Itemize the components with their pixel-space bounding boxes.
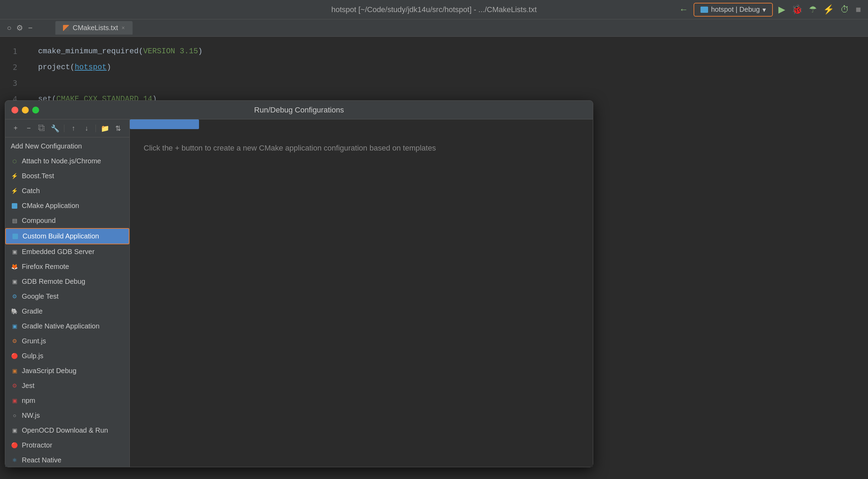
nwjs-icon: ○	[11, 412, 18, 419]
item-label: Gradle	[22, 307, 43, 315]
catch-icon: ⚡	[11, 187, 18, 195]
attach-icon[interactable]: ⚡	[823, 4, 834, 15]
code-line-1: cmake_minimum_required(VERSION 3.15)	[38, 44, 868, 60]
item-label: Gulp.js	[22, 352, 43, 360]
minimize-button[interactable]	[22, 107, 29, 114]
dropdown-arrow: ▾	[762, 6, 766, 14]
config-icon	[700, 7, 708, 13]
openocd-icon: ▣	[11, 427, 18, 434]
item-label: Custom Build Application	[22, 232, 99, 240]
cmake-file-icon	[63, 25, 69, 31]
dialog-body: + − ⿻ 🔧 ↑ ↓ 📁 ⇅ Add New Configuration	[5, 119, 593, 467]
list-item[interactable]: CMake Application	[5, 198, 129, 213]
tab-filename: CMakeLists.txt	[73, 24, 118, 32]
nodejs-icon: ⬡	[11, 157, 18, 165]
debug-run-icon[interactable]: 🐞	[792, 4, 803, 15]
list-item[interactable]: ▣ npm	[5, 393, 129, 408]
list-item-compound[interactable]: ▤ Compound	[5, 213, 129, 228]
left-panel: + − ⿻ 🔧 ↑ ↓ 📁 ⇅ Add New Configuration	[5, 119, 130, 467]
close-button[interactable]	[11, 107, 18, 114]
right-content: Click the + button to create a new CMake…	[144, 130, 579, 153]
list-item[interactable]: 🦊 Firefox Remote	[5, 259, 129, 274]
item-label: JavaScript Debug	[22, 367, 76, 375]
list-item[interactable]: ○ NW.js	[5, 408, 129, 423]
toolbar-separator-2	[96, 125, 96, 132]
dialog-title-bar: Run/Debug Configurations	[5, 101, 593, 119]
folder-button[interactable]: 📁	[99, 123, 110, 134]
gdb-icon: ▣	[11, 278, 18, 286]
list-item[interactable]: ⚙ Jest	[5, 378, 129, 393]
list-item[interactable]: ▣ Gradle Native Application	[5, 319, 129, 334]
remove-config-button[interactable]: −	[23, 123, 34, 134]
coverage-icon[interactable]: ☂	[809, 4, 817, 15]
gulp-icon: 🔴	[11, 352, 18, 360]
hint-color-bar	[130, 119, 199, 129]
grunt-icon: ⚙	[11, 337, 18, 345]
compound-icon: ▤	[11, 217, 18, 225]
item-label: Protractor	[22, 441, 52, 449]
top-bar: hotspot [~/Code/study/jdk14u/src/hotspot…	[0, 0, 868, 19]
list-item[interactable]: ▣ JavaScript Debug	[5, 363, 129, 378]
list-item[interactable]: ▣ OpenOCD Download & Run	[5, 423, 129, 438]
boost-icon: ⚡	[11, 172, 18, 180]
tab-close-icon[interactable]: ×	[121, 25, 125, 31]
add-new-configuration-item[interactable]: Add New Configuration	[5, 139, 129, 154]
wrench-button[interactable]: 🔧	[49, 123, 61, 134]
code-line-3	[38, 75, 868, 91]
copy-config-button[interactable]: ⿻	[36, 123, 47, 134]
item-label: Grunt.js	[22, 337, 46, 345]
add-config-toolbar-button[interactable]: +	[10, 123, 21, 134]
minus-icon[interactable]: −	[28, 24, 33, 33]
react-native-icon: ⚛	[11, 457, 18, 464]
list-item-catch[interactable]: ⚡ Catch	[5, 183, 129, 198]
protractor-icon: 🔴	[11, 442, 18, 449]
custom-build-icon	[11, 233, 19, 240]
list-item[interactable]: 🔴 Protractor	[5, 438, 129, 453]
item-label: Compound	[22, 217, 56, 225]
config-list: Add New Configuration ⬡ Attach to Node.j…	[5, 137, 129, 467]
traffic-lights	[11, 107, 39, 114]
list-item[interactable]: ⚙ Google Test	[5, 289, 129, 304]
move-down-button[interactable]: ↓	[81, 123, 92, 134]
left-toolbar: + − ⿻ 🔧 ↑ ↓ 📁 ⇅	[5, 119, 129, 137]
cmake-icon	[11, 202, 18, 210]
item-label: Boost.Test	[22, 172, 54, 180]
back-icon[interactable]: ←	[679, 4, 688, 15]
list-item[interactable]: ⚙ Grunt.js	[5, 334, 129, 349]
window-title: hotspot [~/Code/study/jdk14u/src/hotspot…	[331, 5, 537, 14]
code-line-2: project(hotspot)	[38, 60, 868, 75]
list-item[interactable]: ⬡ Attach to Node.js/Chrome	[5, 154, 129, 169]
move-up-button[interactable]: ↑	[68, 123, 79, 134]
sort-button[interactable]: ⇅	[112, 123, 124, 134]
list-item[interactable]: ⚡ Boost.Test	[5, 169, 129, 183]
circle-icon: ○	[7, 24, 11, 33]
jest-icon: ⚙	[11, 382, 18, 390]
item-label: Gradle Native Application	[22, 322, 100, 330]
list-item[interactable]: ▣ Embedded GDB Server	[5, 244, 129, 259]
hint-text: Click the + button to create a new CMake…	[144, 144, 579, 153]
embedded-gdb-icon: ▣	[11, 248, 18, 256]
item-label: npm	[22, 397, 35, 405]
gradle-icon: 🐘	[11, 308, 18, 315]
item-label: Jest	[22, 382, 35, 390]
maximize-button[interactable]	[32, 107, 39, 114]
profile-icon[interactable]: ⏱	[840, 4, 849, 15]
list-item[interactable]: ⚛ React Native	[5, 453, 129, 467]
run-config-label: hotspot | Debug	[711, 6, 760, 13]
editor-tab-bar: ○ ⚙ − CMakeLists.txt ×	[0, 19, 868, 37]
list-item-custom-build[interactable]: Custom Build Application	[5, 228, 129, 244]
google-test-icon: ⚙	[11, 293, 18, 300]
item-label: NW.js	[22, 412, 40, 419]
item-label: OpenOCD Download & Run	[22, 426, 108, 434]
list-item[interactable]: 🐘 Gradle	[5, 304, 129, 319]
run-config-button[interactable]: hotspot | Debug ▾	[694, 3, 773, 17]
list-item[interactable]: 🔴 Gulp.js	[5, 349, 129, 363]
cmake-lists-tab[interactable]: CMakeLists.txt ×	[55, 21, 133, 35]
list-item[interactable]: ▣ GDB Remote Debug	[5, 274, 129, 289]
gear-icon[interactable]: ⚙	[16, 24, 23, 33]
stop-icon[interactable]: ■	[856, 4, 861, 15]
npm-icon: ▣	[11, 397, 18, 405]
run-icon[interactable]: ▶	[778, 4, 785, 15]
item-label: Attach to Node.js/Chrome	[22, 157, 101, 165]
top-bar-right: ← hotspot | Debug ▾ ▶ 🐞 ☂ ⚡ ⏱ ■	[679, 3, 861, 17]
